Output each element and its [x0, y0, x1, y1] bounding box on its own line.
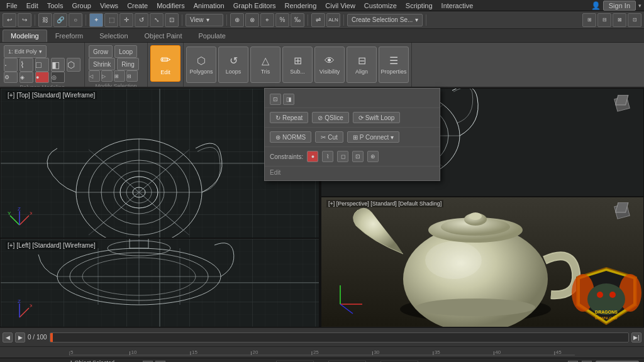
- tl-prev-btn[interactable]: ◀: [3, 332, 13, 343]
- loop-btn[interactable]: Loop: [114, 45, 137, 58]
- popup-icon-shade[interactable]: ◨: [283, 94, 294, 105]
- menu-file[interactable]: File: [3, 1, 21, 10]
- grow-btn[interactable]: Grow: [89, 45, 113, 58]
- view-dropdown[interactable]: View ▾: [186, 14, 223, 26]
- unlink-button[interactable]: 🔗: [53, 13, 67, 27]
- ms-icon2[interactable]: ▷: [101, 70, 113, 82]
- bind-button[interactable]: ○: [69, 13, 82, 27]
- menu-modifiers[interactable]: Modifiers: [153, 1, 189, 10]
- settings-btn2[interactable]: ◈: [19, 72, 33, 83]
- ms-icon4[interactable]: ⊟: [126, 70, 138, 82]
- tab-modeling[interactable]: Modeling: [3, 30, 47, 42]
- align-btn[interactable]: ⊟ Align: [347, 47, 377, 83]
- menu-customize[interactable]: Customize: [360, 1, 401, 10]
- layout4-button[interactable]: ⊡: [628, 13, 641, 27]
- tab-populate[interactable]: Populate: [190, 30, 233, 42]
- selected-status: 1 Object Selected: [70, 359, 133, 362]
- tab-object-paint[interactable]: Object Paint: [136, 30, 191, 42]
- snap2-button[interactable]: ⊗: [245, 13, 259, 27]
- create-selection-dropdown[interactable]: Create Selection Se... ▾: [347, 14, 423, 26]
- link-button[interactable]: ⛓: [38, 13, 52, 27]
- constraint-icon1[interactable]: ●: [307, 151, 318, 162]
- rotate-button[interactable]: ↺: [135, 13, 148, 27]
- menu-views[interactable]: Views: [96, 1, 122, 10]
- tl-end-btn[interactable]: ▶|: [631, 332, 641, 343]
- select-region-button[interactable]: ⬚: [104, 13, 118, 27]
- align-button[interactable]: ALN: [326, 13, 340, 27]
- constraint-icon4[interactable]: ⊡: [352, 151, 364, 162]
- layout1-button[interactable]: ⊞: [582, 13, 596, 27]
- popup-section-norms: ⊛ NORMS ✂ Cut ⊞ P Connect ▾: [265, 128, 440, 147]
- magnet-button[interactable]: ⌖: [260, 13, 274, 27]
- visibility-btn[interactable]: 👁 Visibility: [314, 47, 345, 83]
- edit-poly-dropdown[interactable]: 1: Edit Poly ▾: [4, 45, 47, 58]
- scale-button[interactable]: ⤡: [150, 13, 164, 27]
- ms-icon1[interactable]: ◁: [89, 70, 100, 82]
- settings-btn3[interactable]: ●: [35, 72, 49, 83]
- menu-group[interactable]: Group: [68, 1, 95, 10]
- popup-icon-wire[interactable]: ⊡: [270, 94, 281, 105]
- menu-graph-editors[interactable]: Graph Editors: [230, 1, 280, 10]
- nav-cube-tr[interactable]: [613, 95, 631, 112]
- separator4: [226, 14, 227, 26]
- menu-civil-view[interactable]: Civil View: [321, 1, 358, 10]
- tl-playhead[interactable]: [50, 333, 53, 342]
- edit-large-btn[interactable]: ✏ Edit: [150, 45, 180, 82]
- layout2-button[interactable]: ⊟: [597, 13, 611, 27]
- menu-tools[interactable]: Tools: [43, 1, 67, 10]
- redo-button[interactable]: ↪: [18, 13, 31, 27]
- swift-loop-btn[interactable]: ⟳ Swift Loop: [353, 112, 401, 123]
- menu-edit[interactable]: Edit: [23, 1, 42, 10]
- settings-btn1[interactable]: ⚙: [4, 72, 18, 83]
- menu-create[interactable]: Create: [123, 1, 152, 10]
- repeat-btn[interactable]: ↻ Repeat: [270, 112, 308, 123]
- shrink-btn[interactable]: Shrink: [89, 58, 115, 70]
- menu-interactive[interactable]: Interactive: [438, 1, 477, 10]
- tris-btn[interactable]: △ Tris: [250, 47, 280, 83]
- ring-btn[interactable]: Ring: [117, 58, 139, 70]
- cut-btn[interactable]: ✂ Cut: [315, 131, 343, 143]
- constraint-icon2[interactable]: ⌇: [322, 151, 333, 162]
- percent2-button[interactable]: ‰: [291, 13, 304, 27]
- vertex-btn[interactable]: ·: [4, 58, 18, 72]
- loops-btn[interactable]: ↺ Loops: [218, 47, 248, 83]
- mirror-button[interactable]: ⇌: [311, 13, 325, 27]
- constraint-icon5[interactable]: ⊛: [367, 151, 379, 162]
- viewport-bottom-left[interactable]: [+] [Left] [Standard] [Wireframe]: [0, 238, 319, 327]
- element-btn[interactable]: ⬡: [67, 58, 80, 72]
- svg-line-18: [19, 216, 29, 225]
- tl-range[interactable]: [50, 332, 629, 343]
- select-button[interactable]: ✦: [89, 13, 103, 27]
- edit-poly-row1: 1: Edit Poly ▾: [4, 45, 47, 58]
- snap-button[interactable]: ⊕: [230, 13, 244, 27]
- qslice-icon: ⊘: [318, 114, 323, 121]
- menu-animation[interactable]: Animation: [190, 1, 228, 10]
- move-button[interactable]: ✛: [119, 13, 133, 27]
- settings-btn4[interactable]: ◎: [51, 72, 65, 83]
- nav-cube-br[interactable]: [613, 202, 631, 220]
- edge-btn[interactable]: ⌇: [19, 58, 33, 72]
- tl-next-btn[interactable]: ▶: [15, 332, 25, 343]
- poly-btn[interactable]: ◧: [51, 58, 65, 72]
- constraint-icon3[interactable]: ◻: [337, 151, 348, 162]
- percent-button[interactable]: %: [275, 13, 289, 27]
- sub-btn[interactable]: ⊞ Sub...: [282, 47, 313, 83]
- ms-icon3[interactable]: ⊞: [114, 70, 125, 82]
- sign-in-button[interactable]: Sign In: [603, 1, 636, 11]
- layout3-button[interactable]: ⊠: [613, 13, 626, 27]
- menu-rendering[interactable]: Rendering: [281, 1, 321, 10]
- status-bar: MAXScript Mi... 1 Object Selected Specif…: [0, 358, 644, 362]
- scale2-button[interactable]: ⊡: [165, 13, 179, 27]
- border-btn[interactable]: □: [35, 58, 49, 72]
- tab-freeform[interactable]: Freeform: [47, 30, 92, 42]
- qslice-btn[interactable]: ⊘ QSlice: [312, 112, 348, 123]
- ribbon-group-edit: ✏ Edit: [148, 43, 184, 87]
- properties-btn[interactable]: ☰ Properties: [379, 47, 409, 83]
- polygons-btn[interactable]: ⬡ Polygons: [186, 47, 216, 83]
- undo-button[interactable]: ↩: [3, 13, 16, 27]
- norms-btn[interactable]: ⊛ NORMS: [270, 131, 311, 143]
- p-connect-btn[interactable]: ⊞ P Connect ▾: [347, 131, 399, 143]
- menu-scripting[interactable]: Scripting: [402, 1, 436, 10]
- tab-selection[interactable]: Selection: [91, 30, 136, 42]
- dropdown-arrow-icon[interactable]: ▾: [638, 3, 641, 9]
